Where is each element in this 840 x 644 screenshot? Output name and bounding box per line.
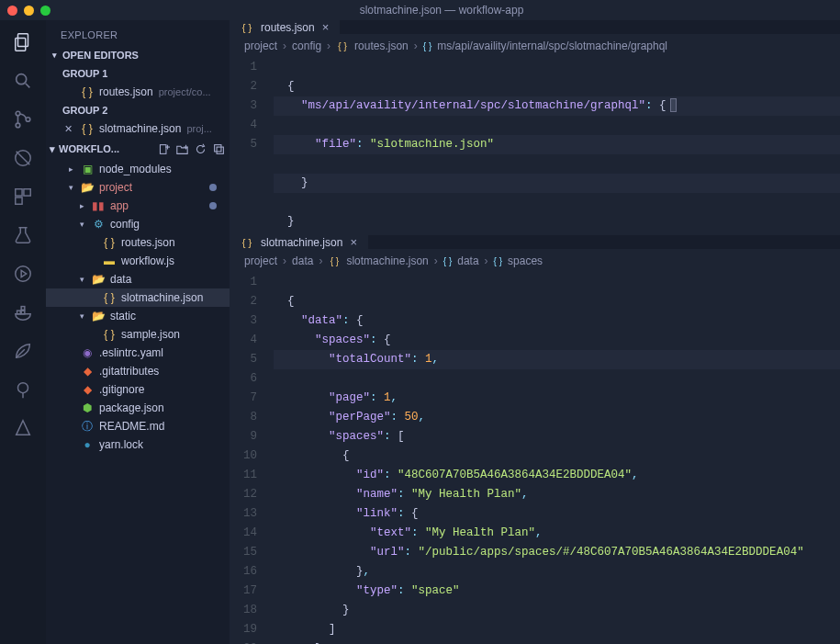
open-editor-path: project/co... <box>159 86 211 97</box>
sidebar-title: EXPLORER <box>46 20 230 46</box>
workspace-head[interactable]: ▾ WORKFLO... <box>46 138 230 160</box>
open-editor-path: proj... <box>186 123 212 134</box>
tabs-group-1: { } routes.json × <box>230 20 840 34</box>
window-title: slotmachine.json — workflow-app <box>50 4 833 17</box>
tree-package-json[interactable]: ⬢package.json <box>46 399 230 417</box>
json-icon: { } <box>81 85 94 98</box>
tree-label: routes.json <box>121 236 175 249</box>
new-file-icon[interactable] <box>156 141 171 156</box>
folder-open-icon: 📂 <box>81 181 94 194</box>
tree-project[interactable]: ▾📂project <box>46 178 230 197</box>
activity-scm-icon[interactable] <box>10 107 36 132</box>
tab-routes-json[interactable]: { } routes.json × <box>230 20 340 34</box>
tree-gitattributes[interactable]: ◆.gitattributes <box>46 362 230 380</box>
tree-label: slotmachine.json <box>121 291 203 304</box>
json-icon: { } <box>103 291 116 304</box>
open-editor-routes[interactable]: { } routes.json project/co... <box>46 83 230 101</box>
activity-target-icon[interactable] <box>10 261 36 287</box>
chevron-down-icon: ▾ <box>50 143 55 155</box>
open-editors-head[interactable]: ▾ OPEN EDITORS <box>46 46 230 64</box>
folder-static-icon: 📂 <box>92 310 105 322</box>
crumb[interactable]: spaces <box>508 254 543 267</box>
line-gutter: 123456789101112131415161718192021 <box>230 273 274 644</box>
tab-slotmachine-json[interactable]: { } slotmachine.json × <box>230 235 368 249</box>
sidebar-explorer: EXPLORER ▾ OPEN EDITORS GROUP 1 { } rout… <box>46 20 230 644</box>
info-icon: ⓘ <box>81 420 94 433</box>
git-icon: ◆ <box>81 383 94 396</box>
activity-azure-icon[interactable] <box>10 415 36 441</box>
crumb[interactable]: project <box>244 254 277 267</box>
new-folder-icon[interactable] <box>174 141 189 156</box>
tree-gitignore[interactable]: ◆.gitignore <box>46 380 230 399</box>
open-editor-slotmachine[interactable]: ✕ { } slotmachine.json proj... <box>46 119 230 138</box>
tree-label: .gitattributes <box>99 365 159 378</box>
yarn-icon: ● <box>81 438 94 451</box>
breadcrumb-pane-2[interactable]: project› data› { } slotmachine.json› { }… <box>230 249 840 273</box>
tree-sample-json[interactable]: { }sample.json <box>46 325 230 344</box>
svg-marker-20 <box>17 421 30 435</box>
code-editor-slotmachine[interactable]: 123456789101112131415161718192021 { "dat… <box>230 273 840 644</box>
crumb[interactable]: project <box>244 40 277 52</box>
json-icon: { } <box>336 40 349 52</box>
activity-docker-icon[interactable] <box>10 299 36 325</box>
tabs-group-2: { } slotmachine.json × <box>230 235 840 249</box>
close-icon[interactable]: × <box>322 20 330 34</box>
editor-area: { } routes.json × project› config› { } r… <box>230 20 840 644</box>
svg-point-13 <box>16 266 31 282</box>
tree-data[interactable]: ▾📂data <box>46 270 230 288</box>
tree-node-modules[interactable]: ▸▣node_modules <box>46 160 230 178</box>
tab-label: slotmachine.json <box>261 236 342 249</box>
tree-config[interactable]: ▾⚙config <box>46 215 230 233</box>
close-icon[interactable]: × <box>350 235 357 249</box>
tree-workflow-js[interactable]: ▬workflow.js <box>46 252 230 270</box>
tree-label: sample.json <box>121 328 180 341</box>
open-editor-name: routes.json <box>99 85 153 98</box>
activity-search-icon[interactable] <box>10 68 36 94</box>
activity-extensions-icon[interactable] <box>10 184 36 209</box>
code-editor-routes[interactable]: 12345 { "ms/api/availity/internal/spc/sl… <box>230 58 840 232</box>
close-icon[interactable]: ✕ <box>64 123 75 135</box>
breadcrumb-pane-1[interactable]: project› config› { } routes.json› { } ms… <box>230 34 840 58</box>
activity-tree-icon[interactable] <box>10 377 36 402</box>
braces-icon: { } <box>423 41 431 51</box>
tree-readme[interactable]: ⓘREADME.md <box>46 417 230 435</box>
line-gutter: 12345 <box>230 58 274 232</box>
json-icon: { } <box>103 328 116 341</box>
crumb[interactable]: data <box>292 254 313 267</box>
code-lines[interactable]: { "ms/api/availity/internal/spc/slotmach… <box>274 58 840 232</box>
svg-rect-11 <box>16 198 22 204</box>
chevron-down-icon: ▾ <box>77 220 86 229</box>
tree-label: static <box>110 310 136 322</box>
window-maximize-icon[interactable] <box>40 6 50 16</box>
activity-beaker-icon[interactable] <box>10 222 36 248</box>
tree-yarn-lock[interactable]: ●yarn.lock <box>46 435 230 454</box>
svg-point-18 <box>18 383 28 393</box>
window-close-icon[interactable] <box>7 6 17 16</box>
crumb[interactable]: routes.json <box>354 40 409 52</box>
crumb[interactable]: slotmachine.json <box>346 254 428 267</box>
tree-label: node_modules <box>99 163 172 175</box>
chevron-right-icon: ▸ <box>66 164 75 174</box>
tree-static[interactable]: ▾📂static <box>46 307 230 325</box>
crumb[interactable]: ms/api/availity/internal/spc/slotmachine… <box>437 40 667 52</box>
tree-slotmachine-json[interactable]: { }slotmachine.json <box>46 288 230 307</box>
svg-point-4 <box>16 111 20 116</box>
crumb[interactable]: config <box>292 40 321 52</box>
chevron-down-icon: ▾ <box>66 183 75 192</box>
svg-rect-27 <box>217 147 223 153</box>
tree-eslintrc[interactable]: ◉.eslintrc.yaml <box>46 344 230 362</box>
svg-rect-10 <box>24 189 30 196</box>
window-minimize-icon[interactable] <box>24 6 34 16</box>
code-lines[interactable]: { "data": { "spaces": { "totalCount": 1,… <box>274 273 840 644</box>
node-modules-icon: ▣ <box>81 163 94 175</box>
crumb[interactable]: data <box>457 254 478 267</box>
tree-app[interactable]: ▸▮▮app <box>46 197 230 215</box>
npm-icon: ⬢ <box>81 401 94 414</box>
chevron-right-icon: ▸ <box>77 201 86 210</box>
activity-leaf-icon[interactable] <box>10 338 36 364</box>
activity-debug-icon[interactable] <box>10 145 36 171</box>
activity-explorer-icon[interactable] <box>10 29 36 55</box>
refresh-icon[interactable] <box>193 141 207 156</box>
tree-routes-json[interactable]: { }routes.json <box>46 233 230 252</box>
collapse-all-icon[interactable] <box>211 141 226 156</box>
